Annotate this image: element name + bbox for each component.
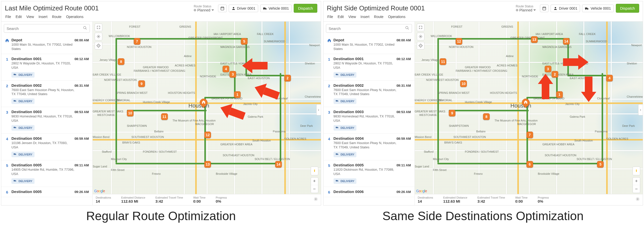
search-input[interactable] xyxy=(7,26,83,31)
map-marker[interactable]: 13 xyxy=(204,161,211,168)
menu-file[interactable]: File xyxy=(327,15,333,19)
search-box[interactable] xyxy=(326,24,412,33)
map-marker[interactable]: 7 xyxy=(526,132,533,138)
stat-label: Progress xyxy=(538,196,549,199)
map-area[interactable]: WILLOWBROOKIAH / AIRPORT AREASUMMERWOODJ… xyxy=(415,22,643,205)
fullscreen-button[interactable] xyxy=(95,24,102,31)
map-marker[interactable]: 13 xyxy=(531,36,538,43)
route-stop[interactable]: 1 Destination 0001 08:12 AM 2802 N Waysi… xyxy=(323,54,415,81)
depot-stop[interactable]: Depot 08:00 AM 1000 Main St, Houston, TX… xyxy=(323,35,415,54)
route-stop[interactable]: 3 Destination 0003 08:53 AM 9830 Homeste… xyxy=(323,107,415,134)
menu-view[interactable]: View xyxy=(26,15,34,19)
map-marker[interactable]: 8 xyxy=(118,58,124,65)
search-input[interactable] xyxy=(329,26,405,31)
map-label: GREATER HOBBY AREA xyxy=(220,143,252,146)
route-stop[interactable]: 4 Destination 0004 08:59 AM 7600 East Sa… xyxy=(323,134,415,160)
svg-rect-16 xyxy=(14,127,15,128)
driver-button[interactable]: Driver 0001 xyxy=(229,5,258,12)
route-stop[interactable]: 2 Destination 0002 08:31 AM 7600 East Sa… xyxy=(323,81,415,107)
map-marker[interactable]: 10 xyxy=(127,110,134,116)
route-status-label: Route Status xyxy=(194,5,211,8)
stat-label: Wait Time xyxy=(515,196,528,199)
zoom-out-button[interactable]: − xyxy=(633,185,640,193)
map-label: ACRES HOMES xyxy=(175,64,195,67)
map-marker[interactable]: 14 xyxy=(563,38,570,45)
map-marker[interactable]: 2 xyxy=(284,75,291,81)
vehicle-button[interactable]: Vehicle 0001 xyxy=(582,5,614,12)
route-stop[interactable]: 1 Destination 0001 08:12 AM 2802 N Waysi… xyxy=(1,54,92,81)
map-label: MACGREGOR xyxy=(517,122,536,126)
route-stop[interactable]: 3 Destination 0003 08:53 AM 9830 Homeste… xyxy=(1,107,92,134)
map-marker[interactable]: 8 xyxy=(483,113,490,120)
map-settings-button[interactable] xyxy=(417,33,424,40)
map-label: Stafford xyxy=(102,150,111,153)
map-marker[interactable]: 5 xyxy=(597,161,604,168)
pegman-icon[interactable] xyxy=(633,167,640,175)
map-marker[interactable]: 3 xyxy=(229,71,236,78)
dispatch-button[interactable]: Dispatch xyxy=(294,4,317,13)
calendar-button[interactable] xyxy=(540,5,549,12)
svg-rect-13 xyxy=(14,100,15,101)
stat-label: Estimated Travel Time xyxy=(477,196,505,199)
route-stop[interactable]: 6 Destination 0006 09:26 AM xyxy=(323,187,415,197)
vehicle-button[interactable]: Vehicle 0001 xyxy=(260,5,292,12)
map-marker[interactable]: 10 xyxy=(460,80,467,87)
map-marker[interactable]: 7 xyxy=(134,38,140,45)
map-marker[interactable]: 12 xyxy=(204,132,211,138)
map-area[interactable]: WILLOWBROOKIAH / AIRPORT AREASUMMERWOODJ… xyxy=(93,22,321,205)
zoom-in-button[interactable]: + xyxy=(311,178,318,185)
dispatch-button[interactable]: Dispatch xyxy=(616,4,639,13)
map-marker[interactable]: 12 xyxy=(456,38,462,45)
map-marker[interactable]: 4 xyxy=(223,66,229,72)
zoom-in-button[interactable]: + xyxy=(633,178,640,185)
map-marker[interactable]: 1 xyxy=(556,91,563,98)
route-status[interactable]: Route Status Planned xyxy=(516,5,536,12)
stop-number: 3 xyxy=(327,110,332,114)
side-panel-toggle[interactable]: ‹ xyxy=(638,104,643,115)
zoom-out-button[interactable]: − xyxy=(311,185,318,193)
map-marker[interactable]: 1 xyxy=(234,91,241,98)
stats-settings-button[interactable] xyxy=(314,197,318,202)
stop-address: 9830 Homestead Rd, Houston, TX 77016, US… xyxy=(11,114,75,123)
road-line xyxy=(506,22,507,205)
depot-stop[interactable]: Depot 08:00 AM 1000 Main St, Houston, TX… xyxy=(1,35,92,54)
stop-number: 4 xyxy=(5,137,9,141)
map-marker[interactable]: 11 xyxy=(161,113,168,120)
side-panel-toggle[interactable]: ‹ xyxy=(316,104,321,115)
map-marker[interactable]: 9 xyxy=(449,110,455,116)
menu-edit[interactable]: Edit xyxy=(338,15,344,19)
route-stop[interactable]: 2 Destination 0002 08:31 AM 7600 East Sa… xyxy=(1,81,92,107)
badge-label: DELIVERY xyxy=(341,126,355,129)
pegman-icon[interactable] xyxy=(311,167,318,175)
menu-insert[interactable]: Insert xyxy=(360,15,369,19)
map-label: NORTHSIDE xyxy=(200,75,216,78)
fullscreen-button[interactable] xyxy=(417,24,424,31)
route-stop[interactable]: 4 Destination 0004 08:59 AM 10196 Jensen… xyxy=(1,134,92,160)
map-marker[interactable]: 4 xyxy=(606,75,613,81)
menu-view[interactable]: View xyxy=(348,15,356,19)
menu-route[interactable]: Route xyxy=(52,15,61,19)
recenter-button[interactable] xyxy=(95,42,102,49)
route-stop[interactable]: 5 Destination 0005 09:11 AM 14905 Old Hu… xyxy=(1,160,92,187)
stats-settings-button[interactable] xyxy=(636,197,640,202)
menu-operations[interactable]: Operations xyxy=(388,15,405,19)
route-stop[interactable]: 6 Destination 0005 09:26 AM xyxy=(1,187,92,197)
map-marker[interactable]: 14 xyxy=(275,161,282,168)
recenter-button[interactable] xyxy=(417,42,424,49)
menu-edit[interactable]: Edit xyxy=(16,15,22,19)
map-marker[interactable]: 9 xyxy=(138,80,145,87)
menu-file[interactable]: File xyxy=(5,15,11,19)
menu-operations[interactable]: Operations xyxy=(66,15,83,19)
menu-route[interactable]: Route xyxy=(374,15,383,19)
map-marker[interactable]: 5 xyxy=(241,38,247,45)
driver-button[interactable]: Driver 0001 xyxy=(551,5,580,12)
map-marker[interactable]: 11 xyxy=(440,58,446,65)
search-box[interactable] xyxy=(4,24,90,33)
route-status[interactable]: Route Status Planned xyxy=(194,5,214,12)
calendar-button[interactable] xyxy=(218,5,227,12)
menu-insert[interactable]: Insert xyxy=(39,15,47,19)
map-marker[interactable]: 3 xyxy=(545,66,551,72)
route-stop[interactable]: 5 Destination 0005 09:11 AM 11820 Dickin… xyxy=(323,160,415,187)
map-marker[interactable]: 6 xyxy=(526,161,533,168)
map-settings-button[interactable] xyxy=(95,33,102,40)
